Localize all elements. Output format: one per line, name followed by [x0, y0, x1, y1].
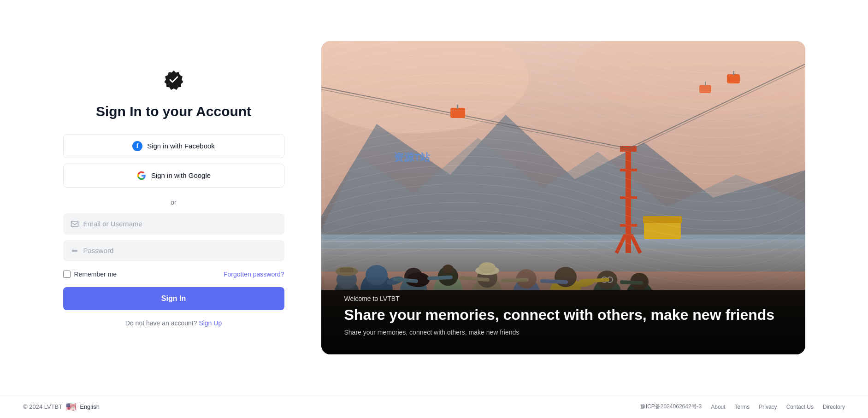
social-login-buttons: f Sign in with Facebook Sign in with Goo… [63, 134, 284, 188]
hero-image-panel: 资源T站 Welcome to LVTBT Share your memorie… [321, 41, 805, 354]
email-input[interactable] [83, 220, 277, 228]
watermark: 资源T站 [394, 151, 430, 165]
svg-rect-0 [71, 221, 78, 227]
sign-up-link[interactable]: Sign Up [199, 319, 222, 327]
about-link[interactable]: About [711, 404, 725, 410]
svg-rect-13 [626, 147, 631, 253]
directory-link[interactable]: Directory [823, 404, 845, 410]
contact-link[interactable]: Contact Us [786, 404, 814, 410]
hero-subtitle: Share your memories, connect with others… [344, 329, 782, 336]
email-input-group [63, 213, 284, 235]
password-icon [71, 247, 79, 255]
email-icon [71, 220, 79, 228]
google-signin-button[interactable]: Sign in with Google [63, 164, 284, 188]
password-input-group [63, 240, 284, 261]
welcome-label: Welcome to LVTBT [344, 295, 782, 302]
google-icon [136, 171, 147, 181]
page-title: Sign In to your Account [96, 104, 251, 119]
forgot-password-link[interactable]: Forgotten password? [224, 271, 284, 278]
remember-me-checkbox[interactable] [63, 271, 71, 278]
svg-point-2 [74, 250, 75, 251]
google-btn-label: Sign in with Google [151, 171, 211, 179]
remember-forgot-row: Remember me Forgotten password? [63, 271, 284, 278]
password-input-wrapper [63, 240, 284, 261]
copyright-text: © 2024 LVTBT [23, 403, 62, 410]
or-divider: or [171, 199, 176, 206]
remember-me-label[interactable]: Remember me [63, 271, 117, 278]
login-panel: Sign In to your Account f Sign in with F… [63, 69, 284, 327]
hero-title: Share your memories, connect with others… [344, 306, 782, 324]
footer-left: © 2024 LVTBT 🇺🇸 English [23, 402, 100, 412]
facebook-signin-button[interactable]: f Sign in with Facebook [63, 134, 284, 158]
icp-link[interactable]: 豫ICP备2024062642号-3 [640, 403, 702, 411]
hero-text-overlay: Welcome to LVTBT Share your memories, co… [321, 277, 805, 354]
svg-point-3 [76, 250, 77, 251]
svg-point-1 [72, 250, 73, 251]
terms-link[interactable]: Terms [735, 404, 750, 410]
svg-rect-30 [699, 85, 711, 93]
svg-rect-27 [457, 105, 458, 109]
facebook-btn-label: Sign in with Facebook [147, 142, 215, 150]
footer-right: 豫ICP备2024062642号-3 About Terms Privacy C… [640, 403, 845, 411]
language-label[interactable]: English [80, 403, 100, 410]
password-input[interactable] [83, 247, 277, 254]
facebook-icon: f [132, 141, 142, 151]
signup-row: Do not have an account? Sign Up [125, 319, 222, 327]
sign-in-button[interactable]: Sign In [63, 287, 284, 310]
verified-badge-icon [163, 69, 185, 104]
email-input-wrapper [63, 213, 284, 235]
no-account-text: Do not have an account? [125, 319, 197, 327]
scene: 资源T站 Welcome to LVTBT Share your memorie… [321, 41, 805, 354]
svg-rect-20 [644, 221, 681, 239]
svg-rect-26 [450, 108, 465, 118]
privacy-link[interactable]: Privacy [759, 404, 777, 410]
flag-icon: 🇺🇸 [66, 402, 76, 412]
remember-me-text: Remember me [74, 271, 117, 278]
footer: © 2024 LVTBT 🇺🇸 English 豫ICP备2024062642号… [0, 395, 868, 418]
